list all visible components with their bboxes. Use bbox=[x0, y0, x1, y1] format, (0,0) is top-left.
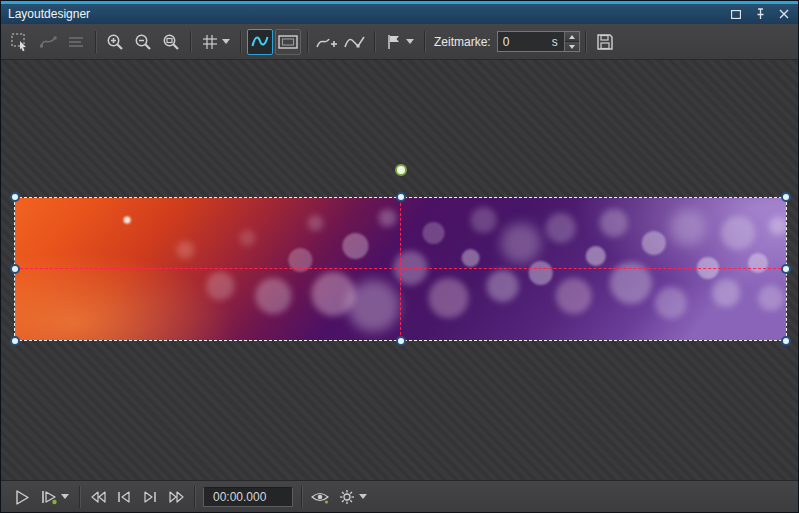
object-visibility-button[interactable] bbox=[308, 485, 332, 509]
flag-icon bbox=[385, 33, 403, 51]
zeitmarke-field: s bbox=[497, 31, 580, 52]
layer-list-icon bbox=[66, 32, 86, 52]
play-button[interactable] bbox=[10, 485, 34, 509]
zeitmarke-input[interactable] bbox=[498, 32, 550, 51]
skip-back-icon bbox=[90, 490, 107, 504]
separator bbox=[307, 31, 308, 53]
pin-button[interactable] bbox=[753, 7, 767, 21]
gear-icon bbox=[338, 488, 356, 506]
zoom-in-button[interactable] bbox=[102, 29, 128, 55]
chevron-down-icon bbox=[61, 494, 69, 499]
skip-back-button[interactable] bbox=[86, 485, 110, 509]
zoom-in-icon bbox=[105, 32, 125, 52]
rotation-handle[interactable] bbox=[395, 164, 407, 176]
zoom-out-button[interactable] bbox=[130, 29, 156, 55]
layer-list-button[interactable] bbox=[63, 29, 89, 55]
grid-button[interactable] bbox=[197, 29, 234, 55]
zoom-fit-icon bbox=[161, 32, 181, 52]
crosshair-horizontal bbox=[15, 268, 786, 269]
zeitmarke-increment-button[interactable] bbox=[565, 32, 579, 42]
camera-pan-button[interactable] bbox=[275, 29, 301, 55]
resize-handle-bottom-middle[interactable] bbox=[396, 336, 406, 346]
separator bbox=[79, 486, 80, 508]
select-mode-button[interactable] bbox=[7, 29, 33, 55]
chevron-down-icon bbox=[406, 39, 414, 44]
play-from-marker-icon bbox=[40, 489, 58, 505]
edit-curve-points-icon bbox=[38, 32, 58, 52]
play-icon bbox=[14, 489, 30, 505]
chevron-up-icon bbox=[569, 35, 575, 39]
zoom-out-icon bbox=[133, 32, 153, 52]
resize-handle-top-middle[interactable] bbox=[396, 192, 406, 202]
maximize-button[interactable] bbox=[729, 7, 743, 21]
maximize-icon bbox=[731, 10, 741, 19]
main-toolbar: Zeitmarke: s bbox=[1, 24, 798, 60]
zeitmarke-label: Zeitmarke: bbox=[434, 35, 491, 49]
save-icon bbox=[595, 32, 615, 52]
skip-forward-button[interactable] bbox=[164, 485, 188, 509]
motion-path-button[interactable] bbox=[247, 29, 273, 55]
chevron-down-icon bbox=[359, 494, 367, 499]
separator bbox=[190, 31, 191, 53]
titlebar-controls bbox=[729, 7, 791, 21]
close-icon bbox=[779, 9, 789, 19]
layoutdesigner-window: Layoutdesigner bbox=[0, 0, 799, 513]
time-display: 00:00.000 bbox=[203, 487, 293, 507]
grid-icon bbox=[201, 33, 219, 51]
separator bbox=[374, 31, 375, 53]
jump-end-button[interactable] bbox=[138, 485, 162, 509]
eye-icon bbox=[310, 489, 330, 505]
add-curve-point-icon bbox=[315, 32, 339, 52]
resize-handle-middle-right[interactable] bbox=[781, 264, 791, 274]
zeitmarke-spinner bbox=[564, 32, 579, 51]
corner-curve-point-button[interactable] bbox=[342, 29, 368, 55]
resize-handle-bottom-left[interactable] bbox=[10, 336, 20, 346]
crosshair-vertical bbox=[400, 198, 401, 340]
play-from-marker-button[interactable] bbox=[36, 485, 73, 509]
canvas[interactable] bbox=[1, 60, 798, 480]
resize-handle-top-right[interactable] bbox=[781, 192, 791, 202]
separator bbox=[240, 31, 241, 53]
zeitmarke-decrement-button[interactable] bbox=[565, 42, 579, 51]
skip-forward-icon bbox=[168, 490, 185, 504]
banner-image bbox=[15, 198, 786, 340]
zoom-fit-button[interactable] bbox=[158, 29, 184, 55]
pin-icon bbox=[755, 8, 766, 20]
separator bbox=[585, 31, 586, 53]
resize-handle-top-left[interactable] bbox=[10, 192, 20, 202]
select-mode-icon bbox=[10, 32, 30, 52]
camera-pan-icon bbox=[277, 32, 299, 52]
window-title: Layoutdesigner bbox=[8, 7, 90, 21]
edit-curve-points-button[interactable] bbox=[35, 29, 61, 55]
transport-bar: 00:00.000 bbox=[1, 480, 798, 512]
save-button[interactable] bbox=[592, 29, 618, 55]
add-curve-point-button[interactable] bbox=[314, 29, 340, 55]
chevron-down-icon bbox=[569, 45, 575, 49]
selected-object[interactable] bbox=[15, 198, 786, 340]
corner-curve-point-icon bbox=[343, 32, 367, 52]
separator bbox=[194, 486, 195, 508]
titlebar[interactable]: Layoutdesigner bbox=[1, 4, 798, 24]
resize-handle-middle-left[interactable] bbox=[10, 264, 20, 274]
separator bbox=[301, 486, 302, 508]
zeitmarke-unit: s bbox=[550, 32, 564, 51]
settings-button[interactable] bbox=[334, 485, 371, 509]
resize-handle-bottom-right[interactable] bbox=[781, 336, 791, 346]
chevron-down-icon bbox=[222, 39, 230, 44]
separator bbox=[95, 31, 96, 53]
jump-start-button[interactable] bbox=[112, 485, 136, 509]
jump-end-icon bbox=[142, 490, 158, 504]
flag-options-button[interactable] bbox=[381, 29, 418, 55]
motion-path-icon bbox=[250, 32, 270, 52]
separator bbox=[424, 31, 425, 53]
jump-start-icon bbox=[116, 490, 132, 504]
close-button[interactable] bbox=[777, 7, 791, 21]
